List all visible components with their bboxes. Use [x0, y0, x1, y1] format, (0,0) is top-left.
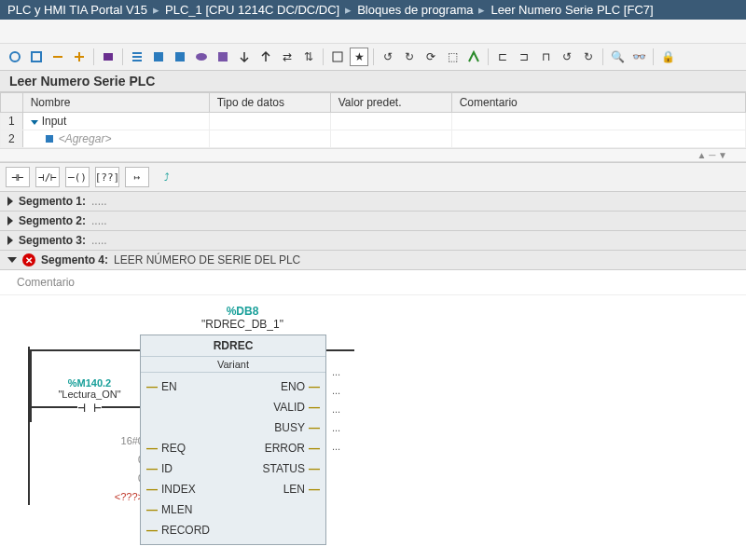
toolbar-button[interactable] — [128, 48, 146, 66]
toolbar-button[interactable] — [328, 48, 347, 66]
segment-comment[interactable]: Comentario — [0, 270, 746, 295]
toolbar-separator — [323, 48, 324, 65]
pin-value-index[interactable]: 0 — [28, 454, 144, 465]
toolbar-button[interactable]: ⟳ — [421, 48, 440, 66]
segment-header[interactable]: Segmento 1: ..... — [0, 192, 746, 212]
toolbar-button[interactable] — [48, 48, 67, 66]
pin-stub[interactable]: ... — [332, 403, 340, 415]
toolbar-button[interactable]: ⇅ — [299, 48, 318, 66]
lad-coil[interactable]: ─() — [65, 167, 90, 187]
segment-label: Segmento 1: — [19, 195, 86, 208]
breadcrumb-sep: ▸ — [345, 3, 352, 17]
pin-len: LEN— — [239, 479, 320, 499]
toolbar-button[interactable] — [6, 48, 24, 66]
toolbar-button[interactable] — [149, 48, 168, 66]
pin-stub[interactable]: ... — [332, 366, 340, 377]
col-comment[interactable]: Comentario — [451, 93, 745, 113]
segment-label: Segmento 2: — [19, 214, 86, 227]
pin-record: —RECORD — [146, 520, 228, 540]
toolbar-button[interactable]: ⬚ — [443, 48, 462, 66]
col-rownum — [1, 93, 23, 113]
toolbar-button[interactable]: 🔒 — [658, 48, 677, 66]
breadcrumb-item[interactable]: Bloques de programa — [357, 3, 473, 17]
toolbar-separator — [653, 48, 654, 65]
toolbar-separator — [602, 48, 603, 65]
pin-eno: ENO— — [239, 376, 320, 397]
toolbar-button[interactable]: ↻ — [400, 48, 419, 66]
segment-label: Segmento 3: — [19, 234, 86, 247]
toolbar-separator — [488, 48, 489, 65]
toolbar-button[interactable] — [27, 48, 46, 66]
pin-stub[interactable]: ... — [332, 441, 340, 452]
toolbar-button[interactable] — [235, 48, 254, 66]
pin-mlen: —MLEN — [146, 499, 228, 520]
pin-stub[interactable]: ... — [332, 385, 340, 396]
wire-eno — [326, 349, 354, 351]
collapse-icon[interactable] — [7, 236, 13, 245]
toolbar-button[interactable] — [171, 48, 189, 66]
block-type: RDREC — [141, 335, 325, 357]
breadcrumb-item[interactable]: PLC y HMI TIA Portal V15 — [7, 3, 147, 17]
svg-rect-3 — [154, 52, 163, 61]
scroll-hint[interactable]: ▲ ─ ▼ — [0, 148, 746, 162]
toolbar-button[interactable]: ↺ — [379, 48, 397, 66]
toolbar-button[interactable]: ⊏ — [493, 48, 512, 66]
lad-nc-contact[interactable]: ⊣/⊢ — [35, 167, 60, 187]
instruction-block[interactable]: RDREC Variant —EN —REQ —ID —INDEX —MLEN … — [140, 335, 326, 545]
toolbar-button[interactable]: ★ — [350, 48, 368, 66]
row-num: 1 — [1, 113, 23, 130]
breadcrumb: PLC y HMI TIA Portal V15 ▸ PLC_1 [CPU 12… — [0, 0, 746, 20]
col-type[interactable]: Tipo de datos — [209, 93, 330, 113]
svg-rect-6 — [218, 52, 228, 61]
lad-box[interactable]: [??] — [95, 167, 119, 187]
lad-toolbar: ⊣⊢ ⊣/⊢ ─() [??] ↦ ⤴ — [0, 162, 746, 192]
table-row[interactable]: 1 Input — [1, 113, 746, 130]
no-contact-icon[interactable]: ⊣ ⊢ — [77, 400, 101, 415]
lad-no-contact[interactable]: ⊣⊢ — [6, 167, 30, 187]
toolbar-button[interactable] — [464, 48, 483, 66]
segment-label: Segmento 4: — [41, 253, 108, 266]
segment-header[interactable]: ✕ Segmento 4: LEER NÚMERO DE SERIE DEL P… — [0, 251, 746, 270]
toolbar-button[interactable]: 🔍 — [608, 48, 627, 66]
pin-busy: BUSY— — [239, 417, 320, 438]
toolbar-button[interactable]: ↻ — [579, 48, 598, 66]
network-canvas[interactable]: %DB8 "RDREC_DB_1" %M140.2 "Lectura_ON" ⊣… — [0, 295, 746, 554]
breadcrumb-item[interactable]: Leer Numero Serie PLC [FC7] — [490, 3, 653, 17]
svg-point-0 — [10, 52, 20, 61]
pin-value-mlen[interactable]: 0 — [28, 472, 144, 484]
block-db-name: "RDREC_DB_1" — [149, 318, 336, 331]
col-default[interactable]: Valor predet. — [330, 93, 451, 113]
contact-tag[interactable]: %M140.2 "Lectura_ON" — [30, 377, 149, 400]
row-indicator-icon — [46, 135, 53, 143]
toolbar-button[interactable]: ⇄ — [278, 48, 297, 66]
toolbar-button[interactable]: ⊐ — [515, 48, 533, 66]
toolbar-button[interactable]: ↺ — [558, 48, 576, 66]
segment-header[interactable]: Segmento 3: ..... — [0, 231, 746, 251]
expand-icon[interactable] — [31, 120, 38, 125]
lad-branch-close[interactable]: ⤴ — [155, 167, 179, 187]
add-placeholder[interactable]: <Agregar> — [59, 132, 112, 145]
collapse-icon[interactable] — [7, 216, 13, 225]
toolbar-button[interactable] — [214, 48, 232, 66]
toolbar-button[interactable] — [70, 48, 89, 66]
glasses-icon[interactable]: 👓 — [629, 48, 648, 66]
pin-value-record[interactable]: <???> — [28, 491, 144, 502]
segment-header[interactable]: Segmento 2: ..... — [0, 212, 746, 231]
toolbar-button[interactable]: ⊓ — [536, 48, 555, 66]
breadcrumb-item[interactable]: PLC_1 [CPU 1214C DC/DC/DC] — [165, 3, 339, 17]
lad-branch[interactable]: ↦ — [125, 167, 149, 187]
toolbar-button[interactable] — [256, 48, 275, 66]
expand-icon[interactable] — [7, 257, 17, 263]
toolbar-button[interactable] — [192, 48, 211, 66]
collapse-icon[interactable] — [7, 197, 13, 206]
table-row[interactable]: 2 <Agregar> — [1, 130, 746, 148]
pin-value-id[interactable]: 16#0 — [28, 435, 144, 446]
pin-stub[interactable]: ... — [332, 422, 340, 433]
col-name[interactable]: Nombre — [22, 93, 209, 113]
pin-req: —REQ — [146, 438, 228, 458]
svg-rect-1 — [32, 52, 41, 61]
segment-dots: ..... — [91, 234, 107, 247]
toolbar-button[interactable] — [99, 48, 117, 66]
toolbar-gap — [0, 20, 746, 44]
error-icon: ✕ — [22, 253, 35, 266]
